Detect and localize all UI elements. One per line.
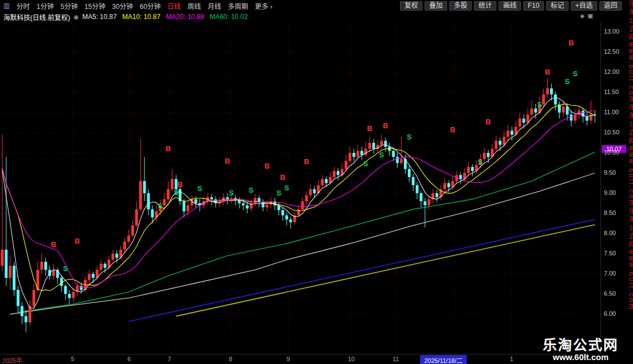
toolbar-button-7[interactable]: +自选 bbox=[571, 1, 597, 11]
price-axis-label: 9.50 bbox=[604, 169, 616, 176]
time-axis-tick-1: 5 bbox=[71, 356, 75, 362]
period-tab-3[interactable]: 15分钟 bbox=[81, 1, 109, 11]
svg-text:S: S bbox=[478, 158, 483, 166]
pane-icons: ◈▣ bbox=[580, 12, 596, 20]
price-axis-label: 9.00 bbox=[604, 189, 616, 196]
price-axis-label: 7.50 bbox=[604, 250, 616, 256]
svg-text:S: S bbox=[407, 133, 412, 141]
period-tab-1[interactable]: 1分钟 bbox=[33, 1, 57, 11]
price-axis-label: 10.50 bbox=[604, 129, 620, 136]
period-tab-6[interactable]: 日线 bbox=[164, 1, 184, 11]
ma-readout-1: MA10: 10.87 bbox=[122, 13, 166, 21]
time-axis-tick-4: 8 bbox=[229, 356, 232, 362]
svg-text:B: B bbox=[304, 157, 309, 166]
svg-text:B: B bbox=[486, 118, 491, 126]
svg-text:B: B bbox=[367, 124, 372, 133]
toolbar-button-4[interactable]: 画线 bbox=[499, 1, 521, 11]
price-axis-label: 11.00 bbox=[604, 109, 619, 115]
ma-readout-3: MA60: 10.02 bbox=[210, 13, 253, 21]
candlestick-chart[interactable]: BSBSBSBSBSSBSBSBSBSBSBSBSBSBS bbox=[0, 22, 601, 354]
svg-text:B: B bbox=[383, 122, 388, 130]
period-tab-2[interactable]: 5分钟 bbox=[57, 1, 81, 11]
svg-text:S: S bbox=[249, 186, 254, 194]
selected-date-box: 2025/11/18/二 bbox=[420, 355, 466, 364]
svg-text:B: B bbox=[51, 240, 56, 249]
svg-text:B: B bbox=[75, 237, 80, 245]
toolbar-button-1[interactable]: 叠加 bbox=[425, 1, 447, 11]
watermark-title: 乐淘公式网 bbox=[543, 338, 618, 352]
period-tab-4[interactable]: 30分钟 bbox=[109, 1, 136, 11]
svg-text:S: S bbox=[158, 202, 163, 210]
price-axis-label: 8.50 bbox=[604, 209, 616, 216]
chart-area[interactable]: BSBSBSBSBSSBSBSBSBSBSBSBSBSBS bbox=[0, 22, 601, 354]
svg-text:B: B bbox=[225, 157, 230, 165]
svg-text:B: B bbox=[450, 125, 455, 134]
svg-text:B: B bbox=[264, 162, 269, 170]
time-axis-tick-7: 11 bbox=[393, 356, 399, 362]
info-bar: 海默科技(日线.前复权) ◉ MA5: 10.87MA10: 10.87MA20… bbox=[0, 11, 629, 22]
toolbar-button-6[interactable]: 标记 bbox=[546, 1, 569, 11]
watermark: 乐淘公式网 www.60lt.com bbox=[543, 338, 618, 362]
price-axis-label: 6.50 bbox=[604, 290, 616, 297]
svg-text:S: S bbox=[229, 189, 234, 197]
top-toolbar: ▥ 分时1分钟5分钟15分钟30分钟60分钟日线周线月线多周期更多 › 复权叠加… bbox=[0, 0, 629, 12]
toolbar-button-5[interactable]: F10 bbox=[523, 1, 544, 11]
price-axis-label: 12.00 bbox=[604, 68, 620, 75]
period-tab-7[interactable]: 周线 bbox=[184, 1, 204, 11]
period-tab-0[interactable]: 分时 bbox=[13, 1, 33, 11]
time-axis-tick-6: 10 bbox=[348, 356, 355, 362]
window-icon[interactable]: ▥ bbox=[0, 2, 13, 10]
pane-icon[interactable]: ▣ bbox=[588, 12, 596, 19]
svg-text:S: S bbox=[537, 100, 542, 109]
time-axis-tick-5: 9 bbox=[286, 356, 290, 362]
watermark-url: www.60lt.com bbox=[543, 352, 618, 362]
ma-readout-0: MA5: 10.87 bbox=[82, 13, 122, 21]
svg-text:S: S bbox=[197, 184, 202, 193]
price-axis-label: 12.50 bbox=[604, 48, 620, 55]
price-axis-label: 10.00 bbox=[604, 149, 620, 156]
svg-text:S: S bbox=[276, 189, 281, 197]
time-axis-tick-2: 6 bbox=[127, 356, 131, 362]
svg-text:B: B bbox=[178, 180, 183, 189]
side-watermark-text: 乐淘公式网www.60lt.com乐淘公式网www.60lt.com乐淘公式网w… bbox=[629, 0, 633, 311]
svg-text:S: S bbox=[174, 188, 179, 197]
ma-settings-icon[interactable]: ◉ bbox=[70, 13, 82, 21]
toolbar-button-2[interactable]: 多股 bbox=[449, 1, 472, 11]
stock-title: 海默科技(日线.前复权) bbox=[0, 12, 70, 22]
toolbar-button-0[interactable]: 复权 bbox=[400, 1, 422, 11]
time-axis-tick-8: 1 bbox=[510, 356, 513, 362]
price-axis-label: 7.00 bbox=[604, 270, 616, 277]
toolbar-buttons: 复权叠加多股统计画线F10标记+自选返回 bbox=[400, 1, 629, 11]
svg-text:B: B bbox=[545, 68, 550, 76]
price-axis-label: 13.00 bbox=[604, 28, 620, 35]
period-tab-10[interactable]: 更多 › bbox=[252, 1, 276, 11]
period-tab-8[interactable]: 月线 bbox=[204, 1, 225, 11]
period-tabs: 分时1分钟5分钟15分钟30分钟60分钟日线周线月线多周期更多 › bbox=[13, 1, 276, 11]
time-axis-tick-3: 7 bbox=[167, 356, 171, 362]
price-axis-label: 11.50 bbox=[604, 88, 619, 95]
svg-text:S: S bbox=[565, 77, 570, 86]
svg-text:S: S bbox=[379, 151, 384, 159]
svg-text:S: S bbox=[285, 184, 290, 192]
time-axis-tick-0: 2025年 bbox=[2, 356, 22, 364]
svg-text:B: B bbox=[166, 144, 171, 153]
period-tab-9[interactable]: 多周期 bbox=[225, 1, 252, 11]
side-watermark-strip: 乐淘公式网www.60lt.com乐淘公式网www.60lt.com乐淘公式网w… bbox=[629, 0, 633, 364]
toolbar-button-8[interactable]: 返回 bbox=[599, 1, 622, 11]
time-axis: 2025/11/18/二 2025年5678910111 bbox=[0, 354, 601, 364]
ma-readouts: MA5: 10.87MA10: 10.87MA20: 10.88MA60: 10… bbox=[82, 13, 254, 21]
svg-text:S: S bbox=[63, 264, 68, 273]
price-axis-label: 8.00 bbox=[604, 230, 616, 236]
period-tab-5[interactable]: 60分钟 bbox=[136, 1, 164, 11]
svg-text:S: S bbox=[573, 69, 578, 78]
price-axis-label: 6.00 bbox=[604, 310, 616, 317]
svg-text:S: S bbox=[364, 160, 369, 168]
svg-text:B: B bbox=[569, 39, 574, 47]
toolbar-button-3[interactable]: 统计 bbox=[474, 1, 496, 11]
diamond-icon[interactable]: ◈ bbox=[580, 12, 587, 19]
ma-readout-2: MA20: 10.88 bbox=[166, 13, 210, 21]
price-axis: 10.07 13.0012.5012.0011.5011.0010.5010.0… bbox=[601, 22, 629, 354]
svg-text:B: B bbox=[280, 173, 285, 181]
